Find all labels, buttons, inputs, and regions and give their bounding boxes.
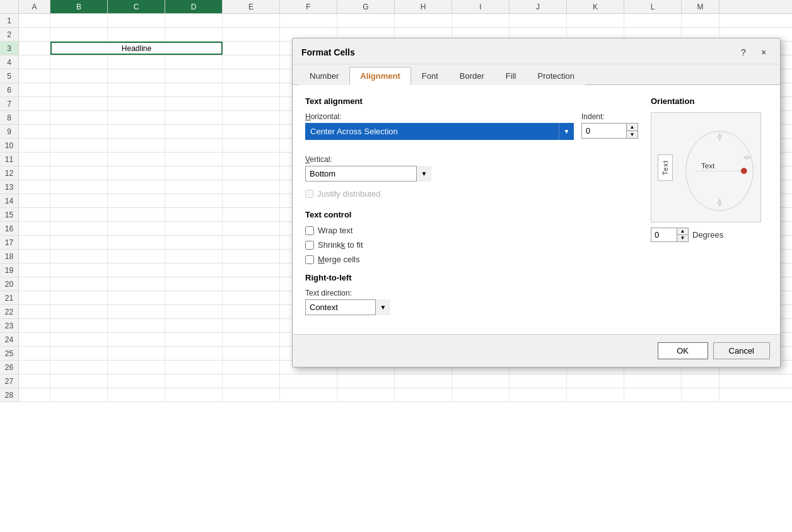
grid-cell[interactable]: [50, 139, 108, 152]
grid-cell[interactable]: [19, 236, 50, 249]
grid-cell[interactable]: [223, 333, 280, 346]
grid-cell[interactable]: [165, 166, 223, 180]
tab-border[interactable]: Border: [449, 67, 495, 85]
grid-cell[interactable]: [108, 14, 165, 27]
grid-cell[interactable]: [108, 153, 165, 166]
grid-cell[interactable]: [337, 374, 395, 388]
grid-cell[interactable]: [223, 42, 280, 55]
grid-cell[interactable]: [50, 14, 108, 27]
cancel-button[interactable]: Cancel: [713, 342, 770, 359]
grid-cell[interactable]: [108, 388, 165, 402]
grid-cell[interactable]: [50, 153, 108, 166]
grid-cell[interactable]: [223, 139, 280, 152]
grid-cell[interactable]: [223, 153, 280, 166]
grid-cell[interactable]: [165, 347, 223, 360]
grid-cell[interactable]: [624, 14, 682, 27]
grid-cell[interactable]: [108, 28, 165, 41]
grid-cell[interactable]: [165, 97, 223, 110]
grid-cell[interactable]: [165, 374, 223, 388]
grid-cell[interactable]: [165, 111, 223, 124]
grid-cell[interactable]: [19, 111, 50, 124]
grid-cell[interactable]: [108, 263, 165, 277]
grid-cell[interactable]: [165, 319, 223, 332]
grid-cell[interactable]: [108, 139, 165, 152]
grid-cell[interactable]: [50, 208, 108, 221]
grid-cell[interactable]: [19, 69, 50, 83]
grid-cell[interactable]: [165, 222, 223, 235]
grid-cell[interactable]: [50, 305, 108, 318]
grid-cell[interactable]: [108, 305, 165, 318]
grid-cell[interactable]: [108, 222, 165, 235]
justify-distributed-checkbox[interactable]: [305, 190, 313, 198]
grid-cell[interactable]: [108, 319, 165, 332]
grid-cell[interactable]: [50, 28, 108, 41]
degree-input[interactable]: [651, 228, 677, 241]
grid-cell[interactable]: [223, 305, 280, 318]
grid-cell[interactable]: [624, 374, 682, 388]
grid-cell[interactable]: [223, 166, 280, 180]
grid-cell[interactable]: [223, 277, 280, 291]
grid-cell[interactable]: [108, 83, 165, 96]
grid-cell[interactable]: [50, 277, 108, 291]
grid-cell[interactable]: [50, 180, 108, 194]
grid-cell[interactable]: [19, 14, 50, 27]
grid-cell[interactable]: [165, 153, 223, 166]
grid-cell[interactable]: [395, 388, 452, 402]
grid-cell[interactable]: [165, 139, 223, 152]
grid-cell[interactable]: [108, 180, 165, 194]
degree-spin-down[interactable]: ▼: [677, 234, 688, 241]
grid-cell[interactable]: [19, 166, 50, 180]
grid-cell[interactable]: [108, 166, 165, 180]
grid-cell[interactable]: [19, 361, 50, 374]
grid-cell[interactable]: [50, 69, 108, 83]
grid-cell[interactable]: [19, 319, 50, 332]
grid-cell[interactable]: [108, 69, 165, 83]
grid-cell[interactable]: [50, 97, 108, 110]
indent-input[interactable]: [582, 124, 626, 138]
grid-cell[interactable]: [19, 208, 50, 221]
grid-cell[interactable]: [19, 125, 50, 138]
grid-cell[interactable]: [223, 263, 280, 277]
grid-cell[interactable]: [165, 305, 223, 318]
grid-cell[interactable]: [223, 55, 280, 69]
grid-cell[interactable]: [395, 374, 452, 388]
grid-cell[interactable]: [223, 250, 280, 263]
grid-cell[interactable]: [108, 374, 165, 388]
grid-cell[interactable]: [567, 374, 624, 388]
grid-cell[interactable]: [452, 374, 510, 388]
grid-cell[interactable]: [510, 388, 567, 402]
grid-cell[interactable]: [50, 125, 108, 138]
grid-cell[interactable]: [223, 291, 280, 304]
grid-cell[interactable]: [108, 291, 165, 304]
grid-cell[interactable]: [19, 374, 50, 388]
grid-cell[interactable]: [19, 42, 50, 55]
grid-cell[interactable]: [108, 236, 165, 249]
grid-cell[interactable]: [50, 166, 108, 180]
help-button[interactable]: ?: [736, 45, 751, 60]
grid-cell[interactable]: [510, 374, 567, 388]
format-cells-dialog[interactable]: Format Cells ? × Number Alignment Font B…: [292, 38, 781, 367]
grid-cell[interactable]: [223, 236, 280, 249]
grid-cell[interactable]: [50, 236, 108, 249]
grid-cell[interactable]: [108, 208, 165, 221]
grid-cell[interactable]: [108, 277, 165, 291]
grid-cell[interactable]: [165, 14, 223, 27]
shrink-to-fit-checkbox[interactable]: [305, 241, 314, 250]
grid-cell[interactable]: [19, 97, 50, 110]
grid-cell[interactable]: [223, 319, 280, 332]
grid-cell[interactable]: [165, 83, 223, 96]
grid-cell[interactable]: [280, 14, 337, 27]
ok-button[interactable]: OK: [658, 342, 708, 359]
grid-cell[interactable]: [19, 139, 50, 152]
grid-cell[interactable]: [50, 55, 108, 69]
grid-cell[interactable]: [223, 194, 280, 207]
grid-cell[interactable]: [165, 55, 223, 69]
grid-cell[interactable]: [452, 388, 510, 402]
grid-cell[interactable]: [395, 14, 452, 27]
grid-cell[interactable]: [165, 194, 223, 207]
close-button[interactable]: ×: [756, 45, 771, 60]
grid-cell[interactable]: [165, 208, 223, 221]
tab-fill[interactable]: Fill: [495, 67, 527, 85]
grid-cell[interactable]: [165, 236, 223, 249]
headline-cell[interactable]: Headline: [50, 42, 223, 55]
